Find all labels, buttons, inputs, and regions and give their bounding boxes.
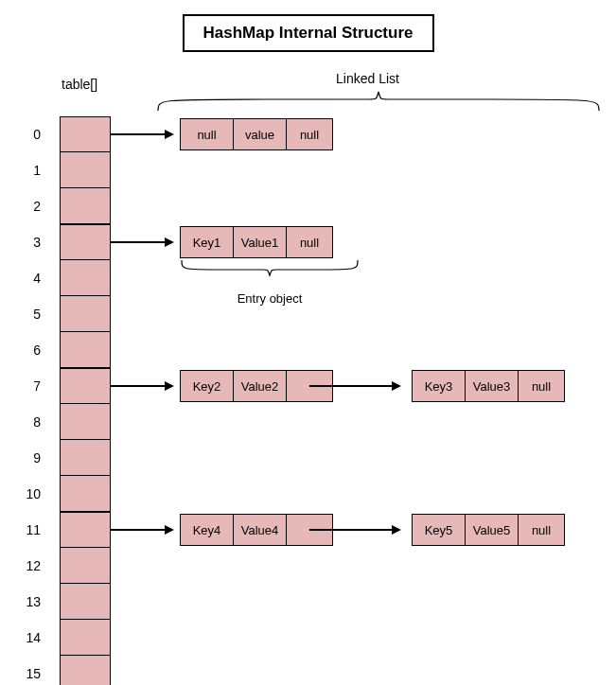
entry-value: Value1 — [233, 226, 286, 258]
entry-key: Key1 — [180, 226, 233, 258]
pointer-arrow — [111, 529, 172, 531]
next-pointer-arrow — [309, 529, 399, 531]
next-pointer-arrow — [309, 385, 399, 387]
bucket-cell — [60, 656, 111, 685]
bucket-index: 0 — [14, 127, 41, 142]
bucket-index: 5 — [14, 307, 41, 322]
bucket-index: 9 — [14, 450, 41, 465]
bucket-index: 10 — [14, 486, 41, 501]
bucket-cell — [60, 296, 111, 332]
entry-node: nullvaluenull — [180, 118, 333, 150]
bucket-index: 13 — [14, 594, 41, 609]
entry-node: Key2Value2 — [180, 370, 333, 402]
bucket-row: 7Key2Value2Key3Value3null — [14, 368, 602, 404]
bucket-row: 3Key1Value1nullEntry object — [14, 224, 602, 260]
entry-next — [286, 370, 333, 402]
bucket-index: 8 — [14, 414, 41, 430]
entry-node: Key1Value1null — [180, 226, 333, 258]
bucket-cell — [60, 188, 111, 224]
bucket-row: 13 — [14, 584, 602, 620]
entry-key: Key3 — [412, 370, 465, 402]
bucket-index: 7 — [14, 378, 41, 394]
pointer-arrow — [111, 241, 172, 243]
bucket-row: 5 — [14, 296, 602, 332]
bucket-index: 12 — [14, 558, 41, 573]
bucket-row: 0nullvaluenull — [14, 116, 602, 152]
pointer-arrow — [111, 133, 172, 135]
bucket-row: 11Key4Value4Key5Value5null — [14, 512, 602, 548]
entry-next: null — [286, 118, 333, 150]
linked-list-label: Linked List — [336, 71, 399, 86]
bucket-cell — [60, 620, 111, 656]
entry-node: Key5Value5null — [412, 514, 565, 546]
bucket-row: 1 — [14, 152, 602, 188]
bucket-row: 8 — [14, 404, 602, 440]
pointer-arrow — [111, 385, 172, 387]
bucket-cell — [60, 332, 111, 368]
linked-list-brace — [156, 92, 601, 113]
bucket-row: 6 — [14, 332, 602, 368]
bucket-index: 2 — [14, 199, 41, 214]
entry-key: Key4 — [180, 514, 233, 546]
entry-value: Value4 — [233, 514, 286, 546]
entry-node: Key3Value3null — [412, 370, 565, 402]
bucket-cell — [60, 548, 111, 584]
bucket-cell — [60, 116, 111, 152]
bucket-index: 4 — [14, 271, 41, 286]
bucket-row: 15 — [14, 656, 602, 685]
bucket-index: 15 — [14, 666, 41, 681]
bucket-index: 11 — [14, 522, 41, 537]
hashmap-diagram-body: 0nullvaluenull123Key1Value1nullEntry obj… — [14, 116, 602, 685]
bucket-cell — [60, 584, 111, 620]
bucket-index: 6 — [14, 342, 41, 358]
entry-key: Key2 — [180, 370, 233, 402]
bucket-cell — [60, 152, 111, 188]
bucket-row: 4 — [14, 260, 602, 296]
entry-value: Value3 — [465, 370, 518, 402]
table-array-label: table[] — [62, 77, 97, 92]
bucket-cell — [60, 440, 111, 476]
bucket-row: 12 — [14, 548, 602, 584]
bucket-index: 1 — [14, 163, 41, 178]
bucket-index: 14 — [14, 630, 41, 645]
diagram-title: HashMap Internal Structure — [183, 14, 434, 52]
bucket-cell — [60, 512, 111, 548]
bucket-index: 3 — [14, 235, 41, 250]
bucket-row: 14 — [14, 620, 602, 656]
bucket-cell — [60, 260, 111, 296]
entry-key: Key5 — [412, 514, 465, 546]
entry-key: null — [180, 118, 233, 150]
bucket-cell — [60, 404, 111, 440]
bucket-row: 2 — [14, 188, 602, 224]
entry-next: null — [518, 514, 565, 546]
bucket-row: 10 — [14, 476, 602, 512]
entry-next — [286, 514, 333, 546]
entry-value: value — [233, 118, 286, 150]
bucket-cell — [60, 224, 111, 260]
entry-node: Key4Value4 — [180, 514, 333, 546]
entry-value: Value2 — [233, 370, 286, 402]
bucket-cell — [60, 476, 111, 512]
bucket-row: 9 — [14, 440, 602, 476]
header-labels: table[] Linked List — [14, 71, 602, 116]
bucket-cell — [60, 368, 111, 404]
entry-next: null — [286, 226, 333, 258]
entry-next: null — [518, 370, 565, 402]
entry-value: Value5 — [465, 514, 518, 546]
